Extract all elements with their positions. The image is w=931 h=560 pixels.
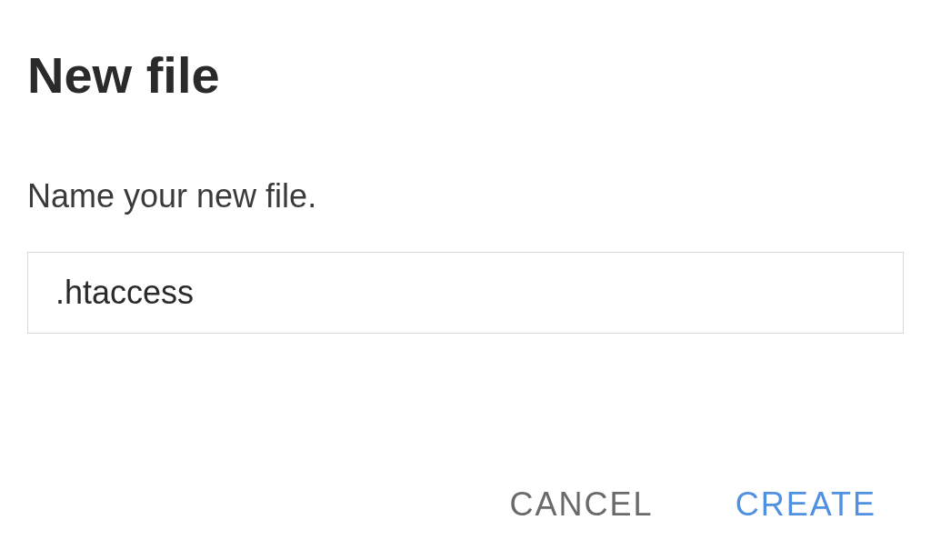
dialog-actions: CANCEL CREATE <box>510 485 876 524</box>
filename-input[interactable] <box>27 252 904 334</box>
dialog-title: New file <box>27 45 904 105</box>
filename-label: Name your new file. <box>27 177 904 215</box>
cancel-button[interactable]: CANCEL <box>510 485 654 524</box>
create-button[interactable]: CREATE <box>736 485 876 524</box>
